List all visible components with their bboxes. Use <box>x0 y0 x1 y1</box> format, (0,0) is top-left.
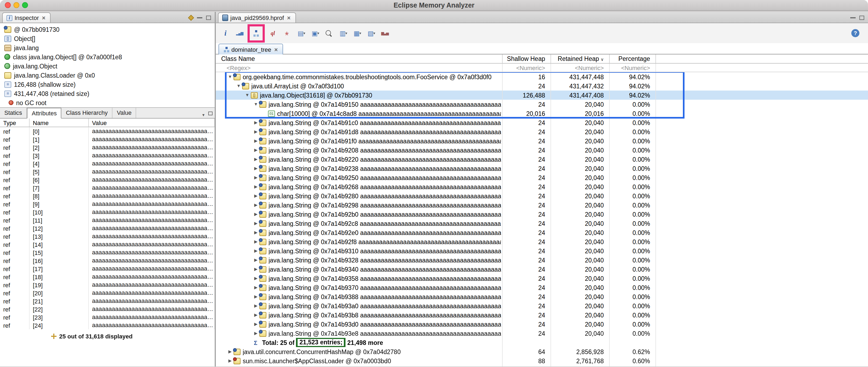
expander-icon[interactable]: ▶ <box>252 313 259 317</box>
tree-row[interactable]: ▶java.lang.String @ 0x7a14b93d0 aaaaaaaa… <box>216 319 868 329</box>
expander-icon[interactable]: ▶ <box>252 294 259 299</box>
tree-row[interactable]: ▶java.lang.String @ 0x7a14b9370 aaaaaaaa… <box>216 283 868 292</box>
inspector-item[interactable]: java.lang <box>0 43 215 52</box>
column-header-shallow-heap[interactable]: Shallow Heap <box>503 54 551 63</box>
heap-objects-button[interactable]: ▣▾ <box>309 27 321 39</box>
table-row[interactable]: ref[4]aaaaaaaaaaaaaaaaaaaaaaaaaaaaaaaaaa… <box>0 160 215 168</box>
expander-icon[interactable]: ▶ <box>252 239 259 244</box>
inspector-item[interactable]: 431,447,408 (retained size) <box>0 89 215 98</box>
table-row[interactable]: ref[0]aaaaaaaaaaaaaaaaaaaaaaaaaaaaaaaaaa… <box>0 127 215 135</box>
tree-row[interactable]: ▶java.lang.String @ 0x7a14b9298 aaaaaaaa… <box>216 200 868 209</box>
tree-row[interactable]: ▼java.util.ArrayList @ 0x7a0f3d10024431,… <box>216 81 868 90</box>
tree-row[interactable]: ▶java.lang.String @ 0x7a14b91f0 aaaaaaaa… <box>216 136 868 145</box>
expander-icon[interactable]: ▼ <box>252 102 259 107</box>
tab-value[interactable]: Value <box>113 108 136 118</box>
tab-dominator-tree[interactable]: dominator_tree <box>218 44 283 54</box>
chart-button[interactable]: ▧▾ <box>365 27 377 39</box>
filter-retained-input[interactable]: <Numeric> <box>551 64 610 72</box>
tree-row[interactable]: ▶java.lang.String @ 0x7a14b92f8 aaaaaaaa… <box>216 237 868 246</box>
histogram-button[interactable]: ▂▄▆ <box>234 27 245 39</box>
tree-row[interactable]: ▶java.lang.String @ 0x7a14b9340 aaaaaaaa… <box>216 264 868 274</box>
table-row[interactable]: ref[11]aaaaaaaaaaaaaaaaaaaaaaaaaaaaaaaaa… <box>0 216 215 224</box>
table-row[interactable]: ref[24]aaaaaaaaaaaaaaaaaaaaaaaaaaaaaaaaa… <box>0 321 215 329</box>
minimize-window-button[interactable] <box>13 2 19 8</box>
table-row[interactable]: ref[10]aaaaaaaaaaaaaaaaaaaaaaaaaaaaaaaaa… <box>0 208 215 216</box>
table-row[interactable]: ref[16]aaaaaaaaaaaaaaaaaaaaaaaaaaaaaaaaa… <box>0 256 215 264</box>
close-icon[interactable] <box>41 15 46 21</box>
expander-icon[interactable]: ▶ <box>252 258 259 262</box>
tree-row[interactable]: ▼java.lang.String @ 0x7a14b9150 aaaaaaaa… <box>216 100 868 109</box>
inspector-item[interactable]: java.lang.ClassLoader @ 0x0 <box>0 70 215 80</box>
table-row[interactable]: ref[21]aaaaaaaaaaaaaaaaaaaaaaaaaaaaaaaaa… <box>0 297 215 305</box>
table-row[interactable]: ref[23]aaaaaaaaaaaaaaaaaaaaaaaaaaaaaaaaa… <box>0 313 215 321</box>
close-icon[interactable] <box>286 15 291 21</box>
expander-icon[interactable]: ▶ <box>252 249 259 253</box>
expander-icon[interactable]: ▶ <box>252 148 259 152</box>
tree-row[interactable]: ▶java.lang.String @ 0x7a14b92c8 aaaaaaaa… <box>216 219 868 228</box>
pin-icon[interactable] <box>188 15 194 21</box>
expander-icon[interactable]: ▶ <box>252 194 259 198</box>
expander-icon[interactable]: ▶ <box>252 230 259 235</box>
expander-icon[interactable]: ▶ <box>252 276 259 281</box>
table-row[interactable]: ref[9]aaaaaaaaaaaaaaaaaaaaaaaaaaaaaaaaaa… <box>0 200 215 208</box>
table-row[interactable]: ref[17]aaaaaaaaaaaaaaaaaaaaaaaaaaaaaaaaa… <box>0 264 215 273</box>
column-header-value[interactable]: Value <box>89 118 215 126</box>
tree-row[interactable]: ▶java.lang.String @ 0x7a14b92e0 aaaaaaaa… <box>216 228 868 237</box>
expander-icon[interactable]: ▼ <box>235 84 242 88</box>
minimize-view-icon[interactable] <box>850 17 856 18</box>
expander-icon[interactable]: ▶ <box>252 212 259 217</box>
tab-class-hierarchy[interactable]: Class Hierarchy <box>62 108 113 118</box>
view-menu-icon[interactable] <box>202 109 205 118</box>
tree-row[interactable]: ▶java.lang.String @ 0x7a14b9238 aaaaaaaa… <box>216 164 868 173</box>
tree-row[interactable]: ▶java.util.concurrent.ConcurrentHashMap … <box>216 347 868 356</box>
tree-row[interactable]: ▼java.lang.Object[31618] @ 0x7bb09173012… <box>216 90 868 100</box>
table-row[interactable]: ref[14]aaaaaaaaaaaaaaaaaaaaaaaaaaaaaaaaa… <box>0 241 215 249</box>
table-row[interactable]: ref[6]aaaaaaaaaaaaaaaaaaaaaaaaaaaaaaaaaa… <box>0 176 215 184</box>
overview-button[interactable]: i <box>220 27 231 39</box>
column-header-name[interactable]: Name <box>30 118 89 126</box>
tab-statics[interactable]: Statics <box>0 108 27 118</box>
expert-tests-button[interactable]: * <box>281 27 293 39</box>
inspector-item[interactable]: class java.lang.Object[] @ 0x7a000f1e8 <box>0 52 215 61</box>
dominator-tree-button[interactable] <box>250 27 262 39</box>
maximize-view-icon[interactable] <box>859 16 864 20</box>
table-row[interactable]: ref[3]aaaaaaaaaaaaaaaaaaaaaaaaaaaaaaaaaa… <box>0 151 215 160</box>
tree-row[interactable]: ▶java.lang.String @ 0x7a14b9208 aaaaaaaa… <box>216 145 868 155</box>
expander-icon[interactable]: ▶ <box>226 358 234 363</box>
column-header-class-name[interactable]: Class Name <box>216 54 503 63</box>
maximize-view-icon[interactable] <box>206 16 211 20</box>
tree-row[interactable]: ▶java.lang.String @ 0x7a14b9310 aaaaaaaa… <box>216 246 868 255</box>
table-row[interactable]: ref[22]aaaaaaaaaaaaaaaaaaaaaaaaaaaaaaaaa… <box>0 305 215 313</box>
expander-icon[interactable]: ▼ <box>244 93 251 97</box>
expander-icon[interactable]: ▼ <box>226 74 234 79</box>
expander-icon[interactable]: ▶ <box>252 157 259 162</box>
table-row[interactable]: ref[1]aaaaaaaaaaaaaaaaaaaaaaaaaaaaaaaaaa… <box>0 135 215 143</box>
inspector-item[interactable]: no GC root <box>0 98 215 107</box>
tree-row[interactable]: ▶java.lang.String @ 0x7a14b93b8 aaaaaaaa… <box>216 310 868 319</box>
expander-icon[interactable]: ▶ <box>252 303 259 308</box>
query-browser-button[interactable]: ▤▾ <box>295 27 307 39</box>
tree-row[interactable]: ▶java.lang.String @ 0x7a14b9250 aaaaaaaa… <box>216 173 868 182</box>
expander-icon[interactable]: ▶ <box>252 129 259 134</box>
expander-icon[interactable]: ▶ <box>252 139 259 143</box>
inspector-item[interactable]: Object[] <box>0 34 215 43</box>
table-row[interactable]: ref[5]aaaaaaaaaaaaaaaaaaaaaaaaaaaaaaaaaa… <box>0 168 215 176</box>
expander-icon[interactable]: ▶ <box>252 221 259 226</box>
expander-icon[interactable]: ▶ <box>252 267 259 272</box>
table-button[interactable]: ▦▾ <box>351 27 363 39</box>
tree-row[interactable]: ▼org.geekbang.time.commonmistakes.troubl… <box>216 72 868 81</box>
group-button[interactable]: ▥▾ <box>337 27 349 39</box>
table-row[interactable]: ref[2]aaaaaaaaaaaaaaaaaaaaaaaaaaaaaaaaaa… <box>0 143 215 151</box>
tree-row[interactable]: ▶java.lang.String @ 0x7a14b9268 aaaaaaaa… <box>216 182 868 191</box>
table-row[interactable]: ref[15]aaaaaaaaaaaaaaaaaaaaaaaaaaaaaaaaa… <box>0 249 215 256</box>
expander-icon[interactable]: ▶ <box>252 331 259 336</box>
expander-icon[interactable]: ▶ <box>252 175 259 180</box>
close-window-button[interactable] <box>5 2 11 8</box>
tree-row[interactable]: ▶java.lang.String @ 0x7a14b9388 aaaaaaaa… <box>216 292 868 301</box>
tree-row[interactable]: ▶java.lang.String @ 0x7a14b91c0 aaaaaaaa… <box>216 118 868 127</box>
table-row[interactable]: ref[12]aaaaaaaaaaaaaaaaaaaaaaaaaaaaaaaaa… <box>0 224 215 232</box>
tab-attributes[interactable]: Attributes <box>27 108 62 118</box>
expander-icon[interactable]: ▶ <box>252 166 259 171</box>
tree-row[interactable]: ▶java.lang.String @ 0x7a14b9220 aaaaaaaa… <box>216 155 868 164</box>
tree-row[interactable]: char[10000] @ 0x7a14c8ad8 aaaaaaaaaaaaaa… <box>216 109 868 118</box>
